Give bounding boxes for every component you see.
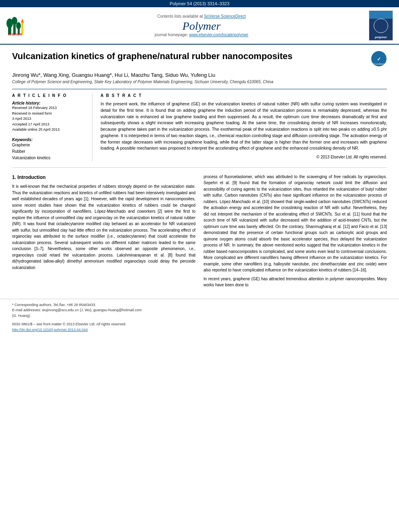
keywords-label: Keywords: [12,138,86,142]
intro-paragraph-3: In recent years, graphene (GE) has attra… [204,276,387,288]
header-top-bar: Polymer 54 (2013) 3314–3323 [0,0,399,7]
abstract-heading: A B S T R A C T [101,93,387,98]
keyword-vulcanization: Vulcanization kinetics [12,155,86,161]
received-date: Received 18 February 2013 [12,105,86,111]
intro-paragraph-2: process of fluoroelastomer, which was at… [204,174,387,273]
svg-text:ELSEVIER: ELSEVIER [8,33,22,36]
svg-text:CrossMark: CrossMark [373,63,385,65]
footer-doi-link[interactable]: http://dx.doi.org/10.1016/j.polymer.2013… [12,328,88,332]
article-affiliation: College of Polymer Science and Engineeri… [12,80,387,84]
page-wrapper: Polymer 54 (2013) 3314–3323 ELSEVIE [0,0,399,532]
sciverse-text: Contents lists available at [157,14,203,18]
footer-doi: http://dx.doi.org/10.1016/j.polymer.2013… [12,327,387,333]
received-revised-label: Received in revised form [12,111,86,117]
body-two-col: 1. Introduction It is well-known that th… [12,174,387,291]
svg-rect-10 [369,11,393,18]
article-info-heading: A R T I C L E I N F O [12,93,86,98]
sciverse-link[interactable]: SciVerse ScienceDirect [204,14,246,18]
footnote-corresponding: * Corresponding authors. Tel./fax: +86 2… [12,302,387,308]
keyword-graphene: Graphene [12,142,86,148]
intro-section-title: 1. Introduction [12,174,195,181]
keywords-section: Keywords: Graphene Rubber Vulcanization … [12,138,86,161]
article-info-abstract-layout: A R T I C L E I N F O Article history: R… [12,89,387,161]
svg-marker-7 [21,18,24,23]
abstract-paragraph: In the present work, the influence of gr… [101,101,387,152]
history-label: Article history: [12,101,86,105]
copyright-line: © 2013 Elsevier Ltd. All rights reserved… [101,155,387,159]
elsevier-logo-icon: ELSEVIER [6,14,34,37]
article-info-column: A R T I C L E I N F O Article history: R… [12,93,93,161]
body-left-col: 1. Introduction It is well-known that th… [12,174,195,291]
journal-cover-icon: polymer [369,10,393,41]
article-history: Article history: Received 18 February 20… [12,101,86,133]
journal-cover-image: polymer [369,10,393,41]
journal-name: Polymer [34,20,369,33]
body-right-col: process of fluoroelastomer, which was at… [204,174,387,291]
accepted-date: Accepted 17 April 2013 [12,122,86,127]
abstract-column: A B S T R A C T In the present work, the… [101,93,387,161]
journal-homepage: journal homepage: www.elsevier.com/locat… [34,33,369,37]
date-revised: 3 April 2013 [12,116,86,122]
keyword-rubber: Rubber [12,148,86,155]
article-title-section: Vulcanization kinetics of graphene/natur… [12,51,387,69]
crossmark-icon[interactable]: ✓ CrossMark [371,51,387,67]
footnote-email: E-mail addresses: wujinrong@scu.edu.cn (… [12,308,387,313]
footnote-email-text: E-mail addresses: wujinrong@scu.edu.cn (… [12,308,142,312]
svg-point-3 [12,17,17,25]
journal-homepage-link[interactable]: www.elsevier.com/locate/polymer [189,33,248,37]
journal-header: Polymer 54 (2013) 3314–3323 ELSEVIE [0,0,399,45]
footer-issn: 0032-3861/$ – see front matter © 2013 El… [12,322,387,327]
available-online-date: Available online 25 April 2013 [12,127,86,133]
footnote-name: (G. Huang). [12,313,387,319]
svg-text:✓: ✓ [377,56,381,62]
section-divider [12,167,387,168]
article-authors: Jinrong Wu*, Wang Xing, Guangsu Huang*, … [12,72,387,78]
article-footer: * Corresponding authors. Tel./fax: +86 2… [0,299,399,336]
footer-issn-text: 0032-3861/$ – see front matter © 2013 El… [12,322,126,326]
header-main: ELSEVIER Contents lists available at Sci… [0,7,399,44]
authors-text: Jinrong Wu*, Wang Xing, Guangsu Huang*, … [12,72,215,78]
header-logo-area: ELSEVIER [6,14,34,37]
svg-point-5 [16,22,21,29]
abstract-text: In the present work, the influence of gr… [101,101,387,152]
article-content: Vulcanization kinetics of graphene/natur… [0,45,399,299]
article-title: Vulcanization kinetics of graphene/natur… [12,51,367,62]
footnote-name-text: (G. Huang). [12,314,31,318]
footnote-corresponding-text: * Corresponding authors. Tel./fax: +86 2… [12,303,96,307]
journal-title-center: Contents lists available at SciVerse Sci… [34,14,369,37]
svg-text:polymer: polymer [374,35,387,39]
citation-bar: Polymer 54 (2013) 3314–3323 [170,1,230,6]
intro-paragraph-1: It is well-known that the mechanical pro… [12,183,195,271]
